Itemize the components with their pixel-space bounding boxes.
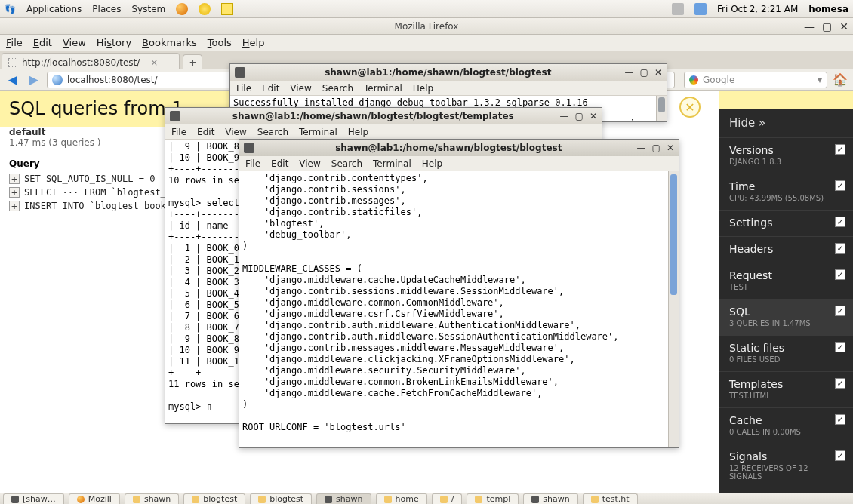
ddt-panel-sql[interactable]: SQL3 queries in 1.47ms✓: [719, 299, 853, 335]
menu-help[interactable]: Help: [413, 83, 433, 94]
terminal-body[interactable]: 'django.contrib.contenttypes', 'django.c…: [239, 171, 679, 447]
ddt-panel-checkbox[interactable]: ✓: [835, 450, 845, 461]
menu-file[interactable]: File: [6, 37, 23, 48]
menu-edit[interactable]: Edit: [271, 158, 288, 169]
menu-help[interactable]: Help: [348, 127, 368, 137]
expand-icon[interactable]: +: [9, 187, 20, 198]
menu-terminal[interactable]: Terminal: [299, 127, 337, 137]
menu-bookmarks[interactable]: Bookmarks: [142, 37, 197, 48]
maximize-button[interactable]: ▢: [822, 20, 832, 32]
ddt-panel-static-files[interactable]: Static files0 files used✓: [719, 335, 853, 371]
menu-file[interactable]: File: [236, 83, 251, 94]
close-button[interactable]: ✕: [667, 143, 674, 153]
menu-view[interactable]: View: [63, 37, 86, 48]
ddt-panel-versions[interactable]: VersionsDjango 1.8.3✓: [719, 137, 853, 174]
menu-edit[interactable]: Edit: [33, 37, 52, 48]
menu-edit[interactable]: Edit: [197, 127, 214, 137]
menu-history[interactable]: History: [97, 37, 131, 48]
menu-help[interactable]: Help: [422, 158, 442, 169]
minimize-button[interactable]: —: [637, 143, 646, 153]
minimize-button[interactable]: —: [625, 67, 634, 78]
ddt-hide-button[interactable]: Hide »: [719, 109, 853, 137]
close-button[interactable]: ✕: [590, 111, 597, 121]
system-menu[interactable]: System: [131, 4, 165, 14]
taskbar-item[interactable]: home: [376, 493, 427, 504]
ddt-panel-checkbox[interactable]: ✓: [835, 217, 845, 227]
maximize-button[interactable]: ▢: [640, 67, 648, 78]
user-menu[interactable]: homesa: [808, 4, 848, 14]
menu-view[interactable]: View: [225, 127, 246, 137]
ddt-panel-checkbox[interactable]: ✓: [835, 243, 845, 254]
taskbar-item[interactable]: [shaw…: [3, 493, 64, 504]
ddt-panel-checkbox[interactable]: ✓: [835, 378, 845, 389]
ddt-panel-checkbox[interactable]: ✓: [835, 144, 845, 155]
ddt-panel-checkbox[interactable]: ✓: [835, 269, 845, 280]
taskbar-item[interactable]: shawn: [125, 493, 179, 504]
expand-icon[interactable]: +: [9, 174, 20, 184]
menu-help[interactable]: Help: [242, 37, 265, 48]
ddt-panel-checkbox[interactable]: ✓: [835, 306, 845, 316]
tab-close-icon[interactable]: ×: [150, 57, 158, 68]
home-button[interactable]: 🏠: [832, 72, 848, 88]
back-button[interactable]: ◀: [5, 72, 21, 88]
close-button[interactable]: ✕: [654, 67, 662, 78]
taskbar-item[interactable]: Mozill: [69, 493, 120, 504]
ddt-panel-checkbox[interactable]: ✓: [835, 342, 845, 352]
menu-view[interactable]: View: [290, 83, 311, 94]
minimize-button[interactable]: —: [804, 20, 815, 32]
site-identity-icon[interactable]: [52, 75, 63, 85]
taskbar-item[interactable]: templ: [467, 493, 519, 504]
ddt-panel-settings[interactable]: Settings✓: [719, 210, 853, 236]
weather-icon[interactable]: [199, 3, 211, 15]
menu-terminal[interactable]: Terminal: [364, 83, 402, 94]
menu-tools[interactable]: Tools: [208, 37, 232, 48]
maximize-button[interactable]: ▢: [575, 111, 584, 121]
sql-panel-close-button[interactable]: ✕: [679, 97, 701, 118]
network-icon[interactable]: [694, 3, 707, 15]
ddt-panel-cache[interactable]: Cache0 calls in 0.00ms✓: [719, 407, 853, 444]
taskbar-item[interactable]: shawn: [316, 493, 371, 504]
ddt-panel-headers[interactable]: Headers✓: [719, 236, 853, 263]
firefox-launcher-icon[interactable]: [176, 3, 188, 15]
ddt-panel-signals[interactable]: Signals12 receivers of 12 signals✓: [719, 444, 853, 488]
ddt-panel-time[interactable]: TimeCPU: 43.99ms (55.08ms)✓: [719, 174, 853, 210]
places-menu[interactable]: Places: [92, 4, 121, 14]
taskbar-item[interactable]: shawn: [523, 493, 577, 504]
volume-icon[interactable]: [672, 3, 684, 15]
terminal-titlebar[interactable]: shawn@lab1:/home/shawn/blogtest/blogtest…: [239, 140, 679, 156]
terminal-window-3[interactable]: shawn@lab1:/home/shawn/blogtest/blogtest…: [239, 139, 679, 448]
taskbar-item[interactable]: /: [432, 493, 463, 504]
search-dropdown-icon[interactable]: ▾: [818, 75, 822, 85]
ddt-panel-checkbox[interactable]: ✓: [835, 180, 845, 191]
menu-terminal[interactable]: Terminal: [373, 158, 411, 169]
maximize-button[interactable]: ▢: [652, 143, 661, 153]
menu-file[interactable]: File: [245, 158, 260, 169]
taskbar-item[interactable]: blogtest: [183, 493, 245, 504]
menu-file[interactable]: File: [171, 127, 186, 137]
menu-view[interactable]: View: [299, 158, 320, 169]
menu-search[interactable]: Search: [257, 127, 288, 137]
forward-button[interactable]: ▶: [26, 72, 42, 88]
menu-search[interactable]: Search: [322, 83, 353, 94]
folder-icon: [475, 496, 482, 503]
ddt-panel-checkbox[interactable]: ✓: [835, 414, 845, 425]
close-button[interactable]: ✕: [839, 20, 848, 32]
taskbar-item[interactable]: blogtest: [250, 493, 312, 504]
scrollbar[interactable]: [668, 171, 679, 447]
ddt-panel-request[interactable]: RequestTEST✓: [719, 263, 853, 299]
expand-icon[interactable]: +: [9, 201, 20, 211]
applications-menu[interactable]: Applications: [26, 4, 82, 14]
terminal-titlebar[interactable]: shawn@lab1:/home/shawn/blogtest/blogtest…: [165, 108, 602, 124]
menu-edit[interactable]: Edit: [262, 83, 279, 94]
minimize-button[interactable]: —: [560, 111, 569, 121]
browser-tab[interactable]: http://localhost:8080/test/ ×: [2, 53, 180, 69]
taskbar-item[interactable]: test.ht: [583, 493, 638, 504]
clock[interactable]: Fri Oct 2, 2:21 AM: [717, 4, 798, 14]
ddt-panel-templates[interactable]: Templatestest.html✓: [719, 371, 853, 407]
terminal-titlebar[interactable]: shawn@lab1:/home/shawn/blogtest/blogtest…: [230, 64, 667, 81]
new-tab-button[interactable]: +: [183, 54, 202, 69]
search-box[interactable]: Google ▾: [684, 72, 827, 88]
menu-search[interactable]: Search: [331, 158, 362, 169]
scrollbar[interactable]: [656, 96, 667, 121]
notes-icon[interactable]: [221, 3, 233, 15]
